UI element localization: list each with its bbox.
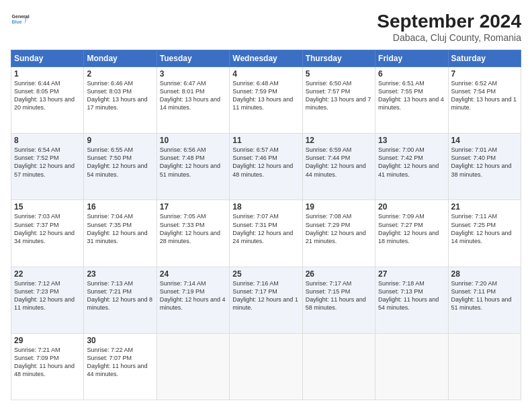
logo: General Blue — [11, 11, 30, 30]
cell-info: Sunrise: 7:14 AM Sunset: 7:19 PM Dayligh… — [160, 279, 226, 312]
day-number: 24 — [160, 269, 226, 279]
cell-info: Sunrise: 7:13 AM Sunset: 7:21 PM Dayligh… — [87, 279, 153, 312]
day-number: 16 — [87, 202, 153, 212]
table-row — [375, 333, 448, 400]
table-row — [157, 333, 229, 400]
day-number: 4 — [232, 69, 299, 79]
day-number: 7 — [451, 69, 518, 79]
day-number: 9 — [87, 136, 153, 145]
table-row: 19 Sunrise: 7:08 AM Sunset: 7:29 PM Dayl… — [302, 200, 375, 267]
header: General Blue September 2024 Dabaca, Cluj… — [11, 11, 521, 43]
cell-info: Sunrise: 7:03 AM Sunset: 7:37 PM Dayligh… — [14, 212, 81, 245]
day-number: 2 — [87, 69, 153, 79]
table-row: 4 Sunrise: 6:48 AM Sunset: 7:59 PM Dayli… — [230, 67, 302, 134]
day-number: 5 — [306, 69, 372, 79]
col-friday: Friday — [375, 50, 448, 67]
cell-info: Sunrise: 7:04 AM Sunset: 7:35 PM Dayligh… — [87, 212, 153, 245]
table-row: 27 Sunrise: 7:18 AM Sunset: 7:13 PM Dayl… — [375, 267, 448, 333]
table-row: 8 Sunrise: 6:54 AM Sunset: 7:52 PM Dayli… — [11, 134, 84, 200]
day-number: 10 — [160, 136, 226, 145]
cell-info: Sunrise: 7:16 AM Sunset: 7:17 PM Dayligh… — [232, 279, 299, 312]
table-row: 25 Sunrise: 7:16 AM Sunset: 7:17 PM Dayl… — [230, 267, 302, 333]
day-number: 14 — [451, 136, 518, 145]
table-row: 14 Sunrise: 7:01 AM Sunset: 7:40 PM Dayl… — [448, 134, 521, 200]
day-number: 22 — [14, 269, 81, 279]
col-thursday: Thursday — [302, 50, 375, 67]
table-row — [448, 333, 521, 400]
cell-info: Sunrise: 6:44 AM Sunset: 8:05 PM Dayligh… — [14, 79, 81, 112]
title-block: September 2024 Dabaca, Cluj County, Roma… — [377, 11, 521, 43]
table-row: 5 Sunrise: 6:50 AM Sunset: 7:57 PM Dayli… — [302, 67, 375, 134]
table-row: 29 Sunrise: 7:21 AM Sunset: 7:09 PM Dayl… — [11, 333, 84, 400]
day-number: 29 — [14, 336, 81, 345]
table-row: 2 Sunrise: 6:46 AM Sunset: 8:03 PM Dayli… — [84, 67, 157, 134]
logo-icon: General Blue — [11, 11, 30, 30]
cell-info: Sunrise: 7:01 AM Sunset: 7:40 PM Dayligh… — [451, 146, 518, 179]
cell-info: Sunrise: 6:47 AM Sunset: 8:01 PM Dayligh… — [160, 79, 226, 112]
cell-info: Sunrise: 6:50 AM Sunset: 7:57 PM Dayligh… — [306, 79, 372, 112]
cell-info: Sunrise: 7:07 AM Sunset: 7:31 PM Dayligh… — [232, 212, 299, 245]
col-sunday: Sunday — [11, 50, 84, 67]
table-row: 26 Sunrise: 7:17 AM Sunset: 7:15 PM Dayl… — [302, 267, 375, 333]
table-row: 28 Sunrise: 7:20 AM Sunset: 7:11 PM Dayl… — [448, 267, 521, 333]
day-number: 26 — [306, 269, 372, 279]
cell-info: Sunrise: 7:18 AM Sunset: 7:13 PM Dayligh… — [378, 279, 445, 312]
day-number: 13 — [378, 136, 445, 145]
cell-info: Sunrise: 7:11 AM Sunset: 7:25 PM Dayligh… — [451, 212, 518, 245]
day-number: 6 — [378, 69, 445, 79]
table-row: 24 Sunrise: 7:14 AM Sunset: 7:19 PM Dayl… — [157, 267, 229, 333]
table-row: 13 Sunrise: 7:00 AM Sunset: 7:42 PM Dayl… — [375, 134, 448, 200]
day-number: 11 — [232, 136, 299, 145]
cell-info: Sunrise: 7:22 AM Sunset: 7:07 PM Dayligh… — [87, 346, 153, 379]
cell-info: Sunrise: 7:12 AM Sunset: 7:23 PM Dayligh… — [14, 279, 81, 312]
cell-info: Sunrise: 7:05 AM Sunset: 7:33 PM Dayligh… — [160, 212, 226, 245]
table-row: 21 Sunrise: 7:11 AM Sunset: 7:25 PM Dayl… — [448, 200, 521, 267]
col-monday: Monday — [84, 50, 157, 67]
calendar-table: Sunday Monday Tuesday Wednesday Thursday… — [11, 50, 521, 400]
svg-text:Blue: Blue — [12, 19, 22, 24]
page-title: September 2024 — [377, 11, 521, 32]
cell-info: Sunrise: 7:21 AM Sunset: 7:09 PM Dayligh… — [14, 346, 81, 379]
cell-info: Sunrise: 6:57 AM Sunset: 7:46 PM Dayligh… — [232, 146, 299, 179]
page-subtitle: Dabaca, Cluj County, Romania — [377, 32, 521, 43]
table-row — [302, 333, 375, 400]
table-row: 23 Sunrise: 7:13 AM Sunset: 7:21 PM Dayl… — [84, 267, 157, 333]
day-number: 30 — [87, 336, 153, 345]
calendar-header-row: Sunday Monday Tuesday Wednesday Thursday… — [11, 50, 521, 67]
cell-info: Sunrise: 6:46 AM Sunset: 8:03 PM Dayligh… — [87, 79, 153, 112]
day-number: 20 — [378, 202, 445, 212]
svg-text:General: General — [12, 14, 30, 19]
table-row — [230, 333, 302, 400]
table-row: 20 Sunrise: 7:09 AM Sunset: 7:27 PM Dayl… — [375, 200, 448, 267]
table-row: 1 Sunrise: 6:44 AM Sunset: 8:05 PM Dayli… — [11, 67, 84, 134]
day-number: 3 — [160, 69, 226, 79]
day-number: 1 — [14, 69, 81, 79]
day-number: 8 — [14, 136, 81, 145]
cell-info: Sunrise: 6:55 AM Sunset: 7:50 PM Dayligh… — [87, 146, 153, 179]
cell-info: Sunrise: 7:20 AM Sunset: 7:11 PM Dayligh… — [451, 279, 518, 312]
table-row: 9 Sunrise: 6:55 AM Sunset: 7:50 PM Dayli… — [84, 134, 157, 200]
table-row: 30 Sunrise: 7:22 AM Sunset: 7:07 PM Dayl… — [84, 333, 157, 400]
cell-info: Sunrise: 6:48 AM Sunset: 7:59 PM Dayligh… — [232, 79, 299, 112]
cell-info: Sunrise: 6:56 AM Sunset: 7:48 PM Dayligh… — [160, 146, 226, 179]
table-row: 11 Sunrise: 6:57 AM Sunset: 7:46 PM Dayl… — [230, 134, 302, 200]
cell-info: Sunrise: 6:59 AM Sunset: 7:44 PM Dayligh… — [306, 146, 372, 179]
page: General Blue September 2024 Dabaca, Cluj… — [0, 0, 532, 411]
col-wednesday: Wednesday — [230, 50, 302, 67]
cell-info: Sunrise: 7:08 AM Sunset: 7:29 PM Dayligh… — [306, 212, 372, 245]
day-number: 23 — [87, 269, 153, 279]
table-row: 15 Sunrise: 7:03 AM Sunset: 7:37 PM Dayl… — [11, 200, 84, 267]
table-row: 3 Sunrise: 6:47 AM Sunset: 8:01 PM Dayli… — [157, 67, 229, 134]
cell-info: Sunrise: 7:17 AM Sunset: 7:15 PM Dayligh… — [306, 279, 372, 312]
day-number: 19 — [306, 202, 372, 212]
cell-info: Sunrise: 6:52 AM Sunset: 7:54 PM Dayligh… — [451, 79, 518, 112]
col-saturday: Saturday — [448, 50, 521, 67]
table-row: 6 Sunrise: 6:51 AM Sunset: 7:55 PM Dayli… — [375, 67, 448, 134]
day-number: 25 — [232, 269, 299, 279]
day-number: 18 — [232, 202, 299, 212]
day-number: 15 — [14, 202, 81, 212]
table-row: 22 Sunrise: 7:12 AM Sunset: 7:23 PM Dayl… — [11, 267, 84, 333]
cell-info: Sunrise: 6:54 AM Sunset: 7:52 PM Dayligh… — [14, 146, 81, 179]
day-number: 17 — [160, 202, 226, 212]
day-number: 28 — [451, 269, 518, 279]
